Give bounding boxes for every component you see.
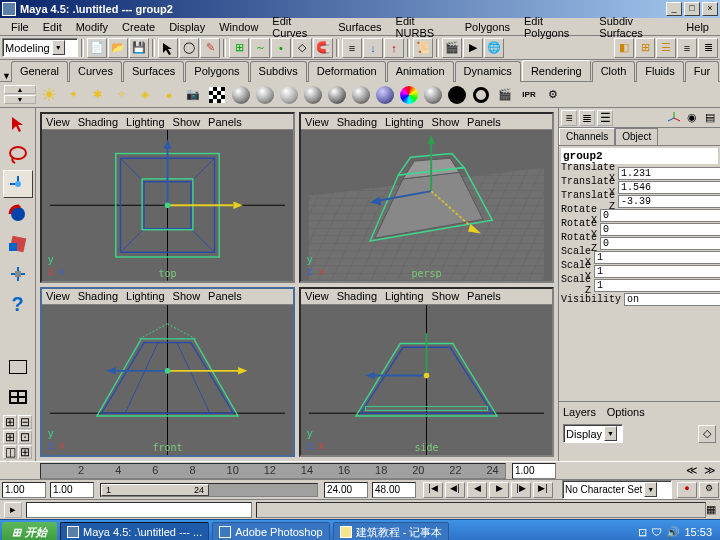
layout-single-button[interactable]	[3, 353, 33, 381]
shelf-tab-curves[interactable]: Curves	[69, 61, 122, 82]
input-button[interactable]: ↓	[363, 38, 383, 58]
prefs-button[interactable]: ⚙	[699, 482, 719, 498]
channel-value[interactable]	[624, 293, 720, 306]
ch-layer-button[interactable]: ▤	[702, 110, 718, 126]
shelf-tab-deformation[interactable]: Deformation	[308, 61, 386, 82]
menu-polygons[interactable]: Polygons	[458, 19, 517, 35]
ch-btn-3[interactable]: ☰	[597, 110, 613, 126]
viewport-front[interactable]: ViewShadingLightingShowPanels yz x front	[40, 287, 295, 458]
ch-circle-button[interactable]: ◉	[684, 110, 700, 126]
snap-curve-button[interactable]: ～	[250, 38, 270, 58]
channel-value[interactable]	[618, 181, 720, 194]
taskbar-item[interactable]: Maya 4.5: .\untitled --- ...	[60, 522, 209, 541]
range-slider[interactable]: 1 24	[100, 483, 318, 497]
channel-value[interactable]	[594, 251, 720, 264]
light-shelf-4[interactable]: ✧	[110, 84, 132, 106]
autokey-button[interactable]: ●	[677, 482, 697, 498]
render-button[interactable]: 🎬	[442, 38, 462, 58]
construction-history-button[interactable]: 📜	[413, 38, 433, 58]
shelf-tab-surfaces[interactable]: Surfaces	[123, 61, 184, 82]
channel-value[interactable]	[594, 279, 720, 292]
range-inner-end-field[interactable]	[324, 482, 368, 498]
shelf-options[interactable]: ▲▼	[4, 85, 36, 104]
shelf-menu-button[interactable]: ▼	[2, 71, 11, 81]
layer-display-dropdown[interactable]: Display ▼	[563, 424, 623, 443]
layout-opt-4[interactable]: ⊡	[18, 430, 32, 444]
material-9[interactable]	[422, 84, 444, 106]
snap-grid-button[interactable]: ⊞	[229, 38, 249, 58]
select-tool[interactable]	[3, 110, 33, 138]
menu-create[interactable]: Create	[115, 19, 162, 35]
vp-menu-shading[interactable]: Shading	[78, 116, 118, 128]
quick-layout-2-button[interactable]: ⊞	[635, 38, 655, 58]
layout-opt-5[interactable]: ◫	[3, 445, 17, 459]
camera-shelf[interactable]: 📷	[182, 84, 204, 106]
play-back-button[interactable]: ◀	[467, 482, 487, 498]
vp-menu-view[interactable]: View	[305, 116, 329, 128]
mode-dropdown[interactable]: Modeling ▼	[2, 38, 78, 57]
viewport-canvas[interactable]: yz x persp	[301, 130, 552, 281]
vp-menu-view[interactable]: View	[46, 116, 70, 128]
render-shelf-2[interactable]: IPR	[518, 84, 540, 106]
vp-menu-panels[interactable]: Panels	[467, 290, 501, 302]
range-end-field[interactable]	[372, 482, 416, 498]
viewport-canvas[interactable]: yz x top	[42, 130, 293, 281]
light-shelf-6[interactable]: ●	[158, 84, 180, 106]
scale-tool[interactable]	[3, 230, 33, 258]
menu-edit-nurbs[interactable]: Edit NURBS	[389, 13, 458, 41]
open-scene-button[interactable]: 📂	[108, 38, 128, 58]
vp-menu-lighting[interactable]: Lighting	[126, 116, 165, 128]
menu-edit-polygons[interactable]: Edit Polygons	[517, 13, 592, 41]
vp-menu-lighting[interactable]: Lighting	[126, 290, 165, 302]
layout-opt-2[interactable]: ⊟	[18, 415, 32, 429]
render-shelf-1[interactable]: 🎬	[494, 84, 516, 106]
timeline[interactable]: 24681012141618202224	[40, 463, 506, 479]
show-shelf-button[interactable]: ≣	[698, 38, 718, 58]
tab-channels[interactable]: Channels	[559, 128, 615, 145]
show-toolbar-button[interactable]: ≡	[677, 38, 697, 58]
material-7[interactable]	[374, 84, 396, 106]
menu-subdiv-surfaces[interactable]: Subdiv Surfaces	[592, 13, 679, 41]
taskbar-item[interactable]: 建筑教程 - 记事本	[333, 522, 450, 541]
layout-opt-3[interactable]: ⊞	[3, 430, 17, 444]
shelf-tab-cloth[interactable]: Cloth	[592, 61, 636, 82]
light-shelf-3[interactable]: ✱	[86, 84, 108, 106]
menu-help[interactable]: Help	[679, 19, 716, 35]
ch-btn-2[interactable]: ≣	[579, 110, 595, 126]
shelf-tab-animation[interactable]: Animation	[387, 61, 454, 82]
new-layer-button[interactable]: ◇	[698, 425, 716, 443]
range-inner-start-field[interactable]	[50, 482, 94, 498]
vp-menu-shading[interactable]: Shading	[337, 290, 377, 302]
mel-button[interactable]: ▸	[4, 502, 22, 518]
shelf-tab-dynamics[interactable]: Dynamics	[455, 61, 521, 82]
light-shelf-2[interactable]: ✦	[62, 84, 84, 106]
material-8[interactable]	[398, 84, 420, 106]
script-editor-button[interactable]: ▦	[706, 503, 716, 516]
shelf-tab-rendering[interactable]: Rendering	[522, 60, 591, 81]
viewport-top[interactable]: ViewShadingLightingShowPanels yz x top	[40, 112, 295, 283]
shelf-tab-polygons[interactable]: Polygons	[185, 61, 248, 82]
ch-btn-1[interactable]: ≡	[561, 110, 577, 126]
material-5[interactable]	[326, 84, 348, 106]
viewport-side[interactable]: ViewShadingLightingShowPanels yz x side	[299, 287, 554, 458]
menu-surfaces[interactable]: Surfaces	[331, 19, 388, 35]
viewport-canvas[interactable]: yz x side	[301, 305, 552, 456]
start-button[interactable]: ⊞ 开始	[2, 522, 57, 541]
material-2[interactable]	[254, 84, 276, 106]
tab-object[interactable]: Object	[615, 128, 658, 145]
material-4[interactable]	[302, 84, 324, 106]
snap-live-button[interactable]: 🧲	[313, 38, 333, 58]
menu-file[interactable]: File	[4, 19, 36, 35]
shelf-tab-general[interactable]: General	[11, 61, 68, 82]
vp-menu-panels[interactable]: Panels	[208, 116, 242, 128]
save-scene-button[interactable]: 💾	[129, 38, 149, 58]
shelf-tab-fluids[interactable]: Fluids	[636, 61, 683, 82]
menu-window[interactable]: Window	[212, 19, 265, 35]
shelf-tab-fur[interactable]: Fur	[685, 61, 720, 82]
vp-menu-view[interactable]: View	[46, 290, 70, 302]
quick-layout-1-button[interactable]: ◧	[614, 38, 634, 58]
lasso-tool[interactable]	[3, 140, 33, 168]
lasso-button[interactable]: ◯	[179, 38, 199, 58]
vp-menu-lighting[interactable]: Lighting	[385, 290, 424, 302]
material-1[interactable]	[230, 84, 252, 106]
